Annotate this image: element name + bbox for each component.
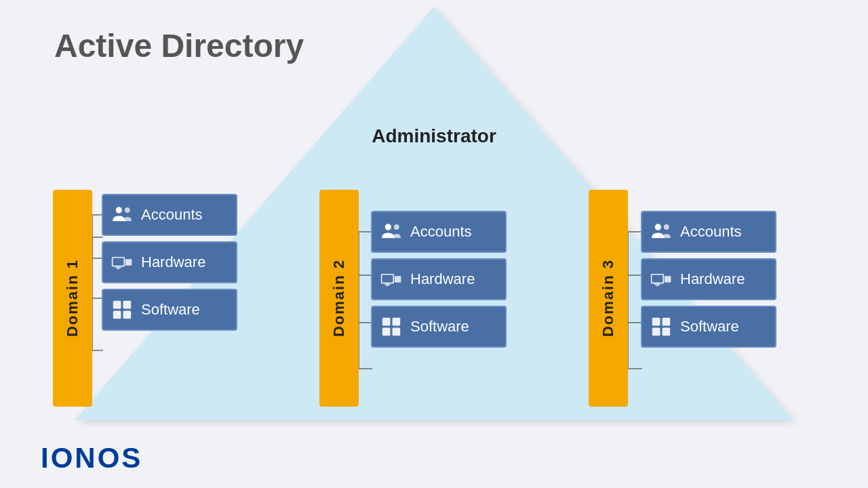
ionos-logo: IONOS (41, 442, 142, 474)
hardware-icon-d2 (380, 270, 402, 289)
svg-rect-51 (656, 285, 658, 287)
svg-rect-48 (652, 275, 663, 283)
svg-rect-29 (117, 268, 119, 270)
svg-rect-53 (663, 318, 671, 326)
domain3-accounts-box: Accounts (641, 211, 776, 253)
svg-rect-50 (654, 283, 660, 285)
domain3-hardware-box: Hardware (641, 258, 776, 300)
svg-point-34 (385, 224, 391, 230)
accounts-icon-d2 (380, 222, 402, 241)
domain3-accounts-label: Accounts (680, 223, 742, 241)
svg-rect-28 (115, 266, 121, 268)
svg-rect-43 (382, 328, 391, 336)
domain2-software-box: Software (371, 306, 507, 348)
accounts-icon-d3 (650, 222, 672, 241)
domain1-accounts-box: Accounts (102, 194, 237, 236)
software-icon (111, 300, 133, 319)
svg-rect-41 (382, 318, 391, 326)
domain2-accounts-label: Accounts (410, 223, 472, 241)
svg-rect-40 (387, 285, 389, 287)
domain3-label: Domain 3 (599, 259, 617, 337)
domain2-boxes: Accounts Hardware Software (371, 211, 507, 348)
svg-rect-54 (652, 328, 660, 336)
domain2-hardware-label: Hardware (410, 270, 475, 288)
domain3-column: Domain 3 (589, 190, 628, 407)
svg-rect-31 (123, 301, 132, 309)
domain3-hardware-label: Hardware (680, 270, 745, 288)
page-title: Active Directory (54, 27, 304, 64)
software-icon-d2 (380, 317, 402, 336)
domain3-software-box: Software (641, 306, 776, 348)
domain3-boxes: Accounts Hardware Software (641, 211, 776, 348)
svg-rect-38 (395, 276, 401, 283)
svg-rect-26 (113, 258, 123, 266)
domain1-software-label: Software (141, 301, 200, 319)
domain1-column: Domain 1 (53, 190, 92, 407)
hardware-icon (111, 253, 133, 272)
svg-rect-39 (384, 283, 390, 285)
domain1-accounts-label: Accounts (141, 206, 203, 224)
domain1-software-box: Software (102, 289, 237, 331)
svg-rect-49 (665, 276, 671, 283)
domain2-accounts-box: Accounts (371, 211, 507, 253)
domain3-software-label: Software (680, 318, 739, 336)
svg-rect-33 (123, 311, 132, 319)
accounts-icon (111, 205, 133, 224)
svg-point-24 (125, 207, 130, 213)
software-icon-d3 (650, 317, 672, 336)
domain1-hardware-box: Hardware (102, 241, 237, 283)
domain2-column: Domain 2 (319, 190, 359, 407)
domain1-boxes: Accounts Hardware Software (102, 194, 237, 331)
svg-rect-42 (393, 318, 401, 326)
svg-rect-37 (382, 275, 393, 283)
svg-point-23 (116, 207, 122, 213)
svg-rect-55 (663, 328, 671, 336)
domain1-hardware-label: Hardware (141, 253, 205, 271)
hardware-icon-d3 (650, 270, 672, 289)
admin-label: Administrator (372, 125, 496, 147)
domain2-hardware-box: Hardware (371, 258, 507, 300)
svg-rect-30 (113, 301, 121, 309)
svg-rect-44 (393, 328, 401, 336)
domain1-label: Domain 1 (64, 259, 81, 337)
svg-rect-32 (113, 311, 121, 319)
svg-rect-27 (125, 259, 132, 266)
domain2-label: Domain 2 (330, 259, 348, 337)
domain2-software-label: Software (410, 318, 469, 336)
svg-point-35 (394, 224, 399, 230)
svg-point-46 (664, 224, 669, 230)
svg-point-45 (655, 224, 661, 230)
svg-rect-52 (652, 318, 660, 326)
